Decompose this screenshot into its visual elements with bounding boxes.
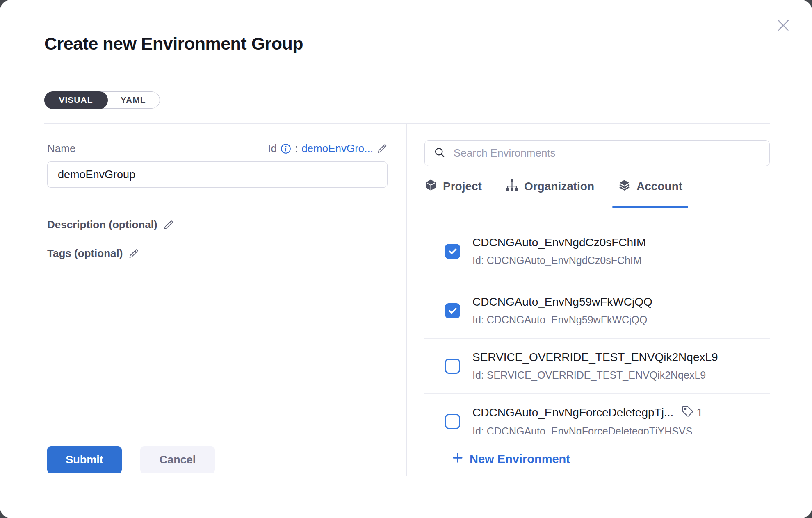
new-environment-label: New Environment bbox=[470, 452, 570, 466]
tab-project-label: Project bbox=[443, 180, 482, 193]
org-chart-icon bbox=[506, 179, 518, 194]
tag-icon bbox=[682, 405, 693, 420]
tab-organization-label: Organization bbox=[524, 180, 594, 193]
create-environment-group-dialog: Create new Environment Group VISUAL YAML… bbox=[0, 0, 812, 518]
search-environments-input[interactable] bbox=[453, 146, 760, 160]
environment-id: Id: CDCNGAuto_EnvNgForceDeletegpTjYHSVS bbox=[472, 425, 703, 434]
tab-project[interactable]: Project bbox=[424, 166, 482, 207]
tab-account[interactable]: Account bbox=[618, 166, 682, 207]
dialog-title: Create new Environment Group bbox=[44, 34, 303, 54]
environment-checkbox[interactable] bbox=[445, 244, 460, 259]
identifier-row: Id : demoEnvGro... bbox=[268, 142, 388, 155]
scope-tabs: Project Organization bbox=[424, 166, 770, 207]
environment-row: SERVICE_OVERRIDE_TEST_ENVQik2NqexL9 Id: … bbox=[424, 339, 770, 394]
visual-yaml-toggle: VISUAL YAML bbox=[44, 91, 160, 109]
tag-count-badge: 1 bbox=[682, 405, 703, 420]
tab-account-label: Account bbox=[636, 180, 682, 193]
environment-row: CDCNGAuto_EnvNgdCz0sFChIM Id: CDCNGAuto_… bbox=[424, 207, 770, 283]
tab-visual[interactable]: VISUAL bbox=[44, 91, 108, 109]
vertical-divider bbox=[406, 123, 407, 476]
close-icon[interactable] bbox=[775, 17, 791, 34]
environments-panel: Project Organization bbox=[424, 123, 770, 467]
description-row: Description (optional) bbox=[47, 218, 174, 231]
new-environment-button[interactable]: New Environment bbox=[452, 452, 570, 467]
environment-checkbox[interactable] bbox=[445, 303, 460, 318]
environment-name: SERVICE_OVERRIDE_TEST_ENVQik2NqexL9 bbox=[472, 351, 718, 364]
environment-id: Id: SERVICE_OVERRIDE_TEST_ENVQik2NqexL9 bbox=[472, 369, 718, 381]
name-label: Name bbox=[47, 142, 75, 155]
environment-row: CDCNGAuto_EnvNgForceDeletegpTj... 1 I bbox=[424, 394, 770, 434]
environment-row: CDCNGAuto_EnvNg59wFkWCjQQ Id: CDCNGAuto_… bbox=[424, 283, 770, 339]
layers-icon bbox=[618, 179, 631, 194]
info-icon[interactable] bbox=[281, 143, 291, 154]
plus-icon bbox=[452, 452, 464, 467]
cube-icon bbox=[424, 179, 437, 194]
environment-name: CDCNGAuto_EnvNg59wFkWCjQQ bbox=[472, 295, 652, 309]
tags-label: Tags (optional) bbox=[47, 247, 123, 260]
edit-tags-icon[interactable] bbox=[128, 248, 139, 259]
id-value-link[interactable]: demoEnvGro... bbox=[301, 142, 373, 155]
environment-checkbox[interactable] bbox=[445, 359, 460, 374]
submit-button[interactable]: Submit bbox=[47, 446, 122, 473]
environment-id: Id: CDCNGAuto_EnvNgdCz0sFChIM bbox=[472, 254, 646, 266]
environment-checkbox[interactable] bbox=[445, 414, 460, 429]
tab-yaml[interactable]: YAML bbox=[107, 92, 160, 108]
environments-list[interactable]: CDCNGAuto_EnvNgdCz0sFChIM Id: CDCNGAuto_… bbox=[424, 207, 770, 434]
tags-row: Tags (optional) bbox=[47, 247, 139, 260]
cancel-button[interactable]: Cancel bbox=[140, 446, 215, 473]
search-icon bbox=[434, 147, 445, 160]
id-label: Id bbox=[268, 142, 277, 155]
tab-organization[interactable]: Organization bbox=[506, 166, 594, 207]
environment-id: Id: CDCNGAuto_EnvNg59wFkWCjQQ bbox=[472, 314, 652, 326]
edit-id-icon[interactable] bbox=[377, 143, 388, 154]
environment-name: CDCNGAuto_EnvNgdCz0sFChIM bbox=[472, 236, 646, 249]
name-id-row: Name Id : demoEnvGro... bbox=[47, 142, 388, 155]
id-separator: : bbox=[295, 142, 298, 155]
tag-count: 1 bbox=[696, 406, 703, 419]
name-input[interactable] bbox=[47, 161, 388, 188]
search-box bbox=[424, 140, 770, 166]
description-label: Description (optional) bbox=[47, 218, 157, 231]
environment-name: CDCNGAuto_EnvNgForceDeletegpTj... bbox=[472, 406, 673, 419]
edit-description-icon[interactable] bbox=[163, 220, 174, 230]
